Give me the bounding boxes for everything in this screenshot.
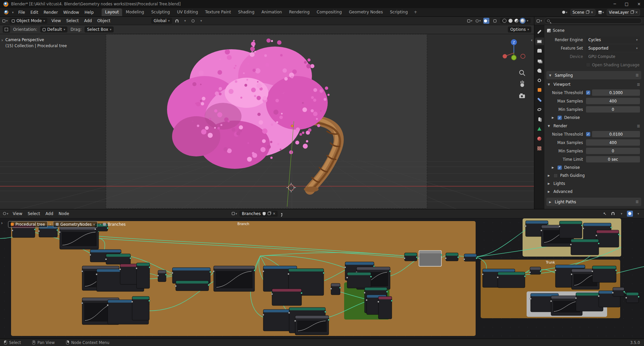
proportional-editing-button[interactable] — [190, 18, 196, 24]
node-menu-view[interactable]: View — [10, 210, 25, 217]
checkbox-noise-threshold[interactable]: ✓ — [586, 132, 590, 136]
node[interactable] — [570, 239, 600, 255]
unlink-node-tree-icon[interactable]: × — [273, 212, 275, 215]
world-properties-tab[interactable] — [535, 76, 544, 84]
checkbox-open-shading-language[interactable] — [586, 63, 590, 67]
checkbox-noise-threshold[interactable]: ✓ — [586, 90, 590, 95]
options-dropdown[interactable]: Options ▾ — [508, 26, 531, 32]
node-active[interactable] — [418, 251, 442, 266]
properties-search-field[interactable] — [544, 18, 642, 24]
value-field-time-limit[interactable]: 0 sec — [586, 156, 640, 162]
subsection-render[interactable]: ▼Render☰ — [546, 122, 641, 130]
subsection-viewport[interactable]: ▼Viewport☰ — [546, 81, 641, 88]
scene-browse-button[interactable]: ▾ — [562, 9, 568, 15]
workspace-tab-texture-paint[interactable]: Texture Paint — [202, 8, 234, 16]
node[interactable] — [271, 289, 303, 305]
workspace-tab-compositing[interactable]: Compositing — [313, 8, 345, 16]
topbar-menu-help[interactable]: Help — [82, 9, 96, 16]
shading-material-preview-button[interactable] — [515, 19, 519, 23]
viewport-menu-select[interactable]: Select — [64, 17, 82, 24]
viewport-menu-add[interactable]: Add — [82, 17, 95, 24]
panel-menu-icon[interactable]: ☰ — [636, 73, 639, 77]
node[interactable] — [59, 227, 100, 249]
copy-node-tree-icon[interactable] — [268, 212, 271, 215]
toggle-xray-button[interactable] — [492, 18, 498, 24]
node[interactable] — [464, 254, 478, 261]
checkbox-denoise[interactable]: ✓ — [557, 116, 562, 120]
editor-type-node-icon[interactable]: ▾ — [3, 211, 9, 217]
new-scene-icon[interactable] — [586, 11, 589, 14]
show-overlays-dropdown[interactable]: ▾ — [483, 18, 489, 24]
node-snap-dropdown[interactable]: ▾ — [619, 211, 625, 217]
snap-toggle-button[interactable] — [174, 18, 180, 24]
viewport-menu-view[interactable]: View — [49, 17, 63, 24]
node-menu-select[interactable]: Select — [25, 210, 43, 217]
topbar-menu-edit[interactable]: Edit — [28, 9, 41, 16]
mode-dropdown[interactable]: Object Mode ▾ — [9, 18, 47, 24]
node-menu-add[interactable]: Add — [43, 210, 56, 217]
panel-denoise[interactable]: ▶✓Denoise — [546, 164, 641, 171]
node[interactable] — [346, 272, 372, 288]
shading-rendered-button[interactable] — [521, 19, 525, 23]
workspace-tab-modeling[interactable]: Modeling — [122, 8, 148, 16]
minimize-button[interactable]: ─ — [613, 2, 616, 6]
panel-denoise[interactable]: ▶✓Denoise — [546, 114, 641, 121]
view-layer-selector[interactable]: ViewLayer × — [607, 9, 640, 16]
panel-menu-icon[interactable]: ☰ — [637, 124, 640, 128]
move-view-hand-button[interactable] — [521, 81, 524, 87]
node[interactable] — [404, 253, 418, 261]
node[interactable] — [596, 230, 620, 247]
editor-type-properties-icon[interactable]: ▾ — [536, 18, 542, 24]
texture-properties-tab[interactable] — [535, 144, 544, 152]
node[interactable] — [136, 263, 151, 288]
gizmo-y-axis-ball[interactable] — [512, 55, 517, 60]
viewport-canvas[interactable]: Z — [0, 34, 534, 209]
value-field-max-samples[interactable]: 400 — [586, 98, 640, 104]
section-sampling[interactable]: ▼Sampling☰ — [546, 71, 641, 79]
value-field-max-samples[interactable]: 400 — [586, 139, 640, 146]
new-view-layer-icon[interactable] — [631, 11, 634, 14]
modifier-properties-tab[interactable] — [535, 96, 544, 103]
node[interactable] — [445, 253, 459, 261]
breadcrumb-group[interactable]: GeometryNodes ▾ — [53, 221, 98, 228]
value-field-min-samples[interactable]: 0 — [586, 106, 640, 113]
node-menu-node[interactable]: Node — [56, 210, 72, 217]
view-layer-browse-button[interactable]: ▾ — [598, 9, 604, 15]
node-toolbar-toggle-arrow[interactable]: › — [1, 220, 3, 225]
remove-view-layer-icon[interactable]: × — [635, 10, 638, 14]
scene-selector[interactable]: Scene × — [571, 9, 595, 16]
add-workspace-button[interactable]: + — [412, 8, 420, 16]
unlink-scene-icon[interactable]: × — [591, 10, 593, 14]
node[interactable] — [529, 267, 542, 274]
checkbox-denoise[interactable]: ✓ — [557, 165, 562, 170]
workspace-tab-geometry-nodes[interactable]: Geometry Nodes — [345, 8, 386, 16]
node[interactable] — [378, 296, 393, 319]
value-field-noise-threshold[interactable]: 0.1000 — [592, 89, 640, 96]
shading-wireframe-button[interactable] — [502, 19, 506, 23]
active-tool-button[interactable] — [3, 26, 10, 33]
blender-menu-button[interactable]: ▾ — [2, 9, 16, 15]
panel-menu-icon[interactable]: ☰ — [637, 83, 640, 86]
workspace-tab-sculpting[interactable]: Sculpting — [148, 8, 173, 16]
toolbar-toggle-arrow[interactable]: › — [1, 38, 3, 43]
drag-mode-dropdown[interactable]: Select Box ▾ — [85, 26, 114, 32]
node-overlays-toggle[interactable] — [627, 211, 633, 217]
topbar-menu-window[interactable]: Window — [61, 9, 82, 16]
topbar-menu-render[interactable]: Render — [41, 9, 61, 16]
editor-type-3d-viewport-icon[interactable]: ▾ — [2, 18, 8, 24]
selectability-visibility-dropdown[interactable]: ▾ — [467, 18, 473, 24]
workspace-tab-rendering[interactable]: Rendering — [286, 8, 313, 16]
panel-menu-icon[interactable]: ☰ — [636, 200, 639, 204]
shading-dropdown[interactable]: ▾ — [527, 19, 528, 22]
node[interactable] — [559, 221, 583, 238]
workspace-tab-scripting[interactable]: Scripting — [386, 8, 411, 16]
node[interactable] — [105, 254, 131, 264]
node[interactable] — [330, 283, 341, 295]
node[interactable] — [294, 316, 330, 335]
node[interactable] — [592, 266, 617, 282]
pin-icon[interactable] — [281, 213, 282, 214]
dropdown-feature-set[interactable]: Supported▾ — [586, 45, 640, 51]
physics-properties-tab[interactable] — [535, 106, 544, 113]
node[interactable] — [612, 287, 625, 296]
node[interactable] — [626, 292, 640, 303]
